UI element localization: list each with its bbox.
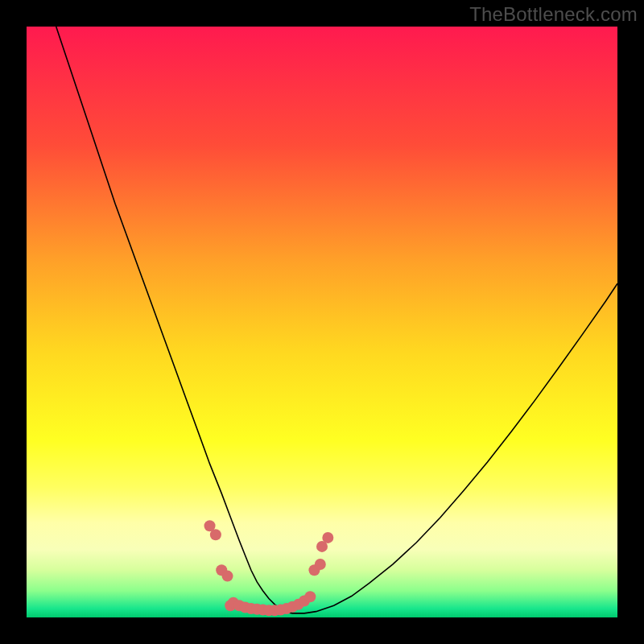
data-point bbox=[222, 571, 233, 582]
data-point bbox=[210, 529, 221, 540]
plot-area bbox=[27, 27, 617, 617]
watermark-label: TheBottleneck.com bbox=[469, 3, 638, 26]
data-point bbox=[304, 591, 316, 602]
data-point bbox=[322, 532, 333, 543]
chart-frame: TheBottleneck.com bbox=[0, 0, 644, 644]
gradient-background bbox=[27, 27, 617, 617]
data-point bbox=[315, 559, 326, 570]
chart-svg bbox=[27, 27, 617, 617]
